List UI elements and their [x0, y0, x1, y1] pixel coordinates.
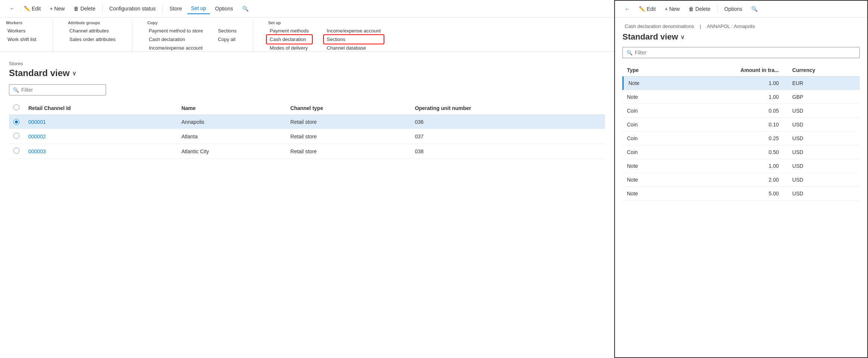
- row-currency: USD: [788, 159, 860, 173]
- store-tab[interactable]: Store: [166, 3, 185, 14]
- workers-link[interactable]: Workers: [6, 27, 38, 34]
- col-name: Name: [177, 101, 286, 115]
- ribbon-group-workers: Workers Workers Work shift list: [6, 21, 38, 51]
- config-status-button[interactable]: Configuration status: [106, 3, 160, 14]
- right-view-chevron[interactable]: ∨: [680, 34, 685, 41]
- payment-methods-link[interactable]: Payment methods: [268, 27, 310, 34]
- top-nav: ← ✏️ Edit + New 🗑 Delete Configuration s…: [0, 0, 614, 18]
- right-edit-button[interactable]: ✏️ Edit: [635, 4, 659, 14]
- sales-order-link[interactable]: Sales order attributes: [68, 36, 117, 43]
- table-row[interactable]: Note 2.00 USD: [622, 173, 860, 187]
- row-type: Note: [622, 159, 671, 173]
- new-button[interactable]: + New: [46, 3, 68, 14]
- back-icon: ←: [10, 6, 15, 12]
- row-currency: USD: [788, 187, 860, 201]
- workers-items: Workers Work shift list: [6, 27, 38, 43]
- row-radio-selected[interactable]: [13, 119, 19, 125]
- row-unit: 037: [410, 129, 605, 144]
- options-tab[interactable]: Options: [211, 3, 237, 14]
- back-button[interactable]: ←: [6, 3, 19, 14]
- edit-icon: ✏️: [24, 6, 30, 12]
- sections-link[interactable]: Sections: [325, 36, 347, 43]
- row-radio[interactable]: [13, 133, 19, 139]
- right-filter-input[interactable]: [635, 50, 856, 56]
- row-type: Coin: [622, 104, 671, 118]
- ribbon-sep-3: [253, 21, 253, 51]
- table-row[interactable]: Note 1.00 EUR: [622, 76, 860, 90]
- table-row[interactable]: Note 5.00 USD: [622, 187, 860, 201]
- table-row[interactable]: Coin 0.25 USD: [622, 132, 860, 145]
- row-type: Note: [622, 173, 671, 187]
- table-row[interactable]: 000002 Atlanta Retail store 037: [9, 129, 605, 144]
- payment-method-store-link[interactable]: Payment method to store: [147, 27, 204, 34]
- table-row[interactable]: Coin 0.10 USD: [622, 118, 860, 132]
- row-id: 000003: [24, 144, 177, 159]
- row-radio[interactable]: [13, 148, 19, 154]
- right-options-button[interactable]: Options: [721, 4, 746, 14]
- row-amount: 0.25: [671, 132, 788, 145]
- right-view-title-text: Standard view: [622, 32, 678, 42]
- edit-button[interactable]: ✏️ Edit: [20, 3, 44, 14]
- table-row[interactable]: Coin 0.05 USD: [622, 104, 860, 118]
- attribute-group-label: Attribute groups: [68, 21, 100, 25]
- right-plus-icon: +: [665, 6, 668, 12]
- modes-delivery-link[interactable]: Modes of delivery: [268, 44, 310, 51]
- setup-tab[interactable]: Set up: [187, 3, 210, 14]
- row-name: Atlantic City: [177, 144, 286, 159]
- filter-input[interactable]: [21, 87, 102, 93]
- right-filter-box[interactable]: 🔍: [622, 47, 860, 58]
- income-expense-link[interactable]: Income/expense account: [325, 27, 383, 34]
- col-retail-channel-id: Retail Channel Id: [24, 101, 177, 115]
- right-view-title: Standard view ∨: [622, 32, 860, 42]
- channel-attributes-link[interactable]: Channel attributes: [68, 27, 117, 34]
- search-button[interactable]: 🔍: [238, 3, 252, 14]
- table-row[interactable]: Note 1.00 USD: [622, 159, 860, 173]
- row-name: Atlanta: [177, 129, 286, 144]
- denominations-table: Type Amount in tra... Currency Note 1.00…: [622, 64, 860, 201]
- filter-box[interactable]: 🔍: [9, 84, 106, 95]
- row-amount: 1.00: [671, 76, 788, 90]
- cash-declaration-link[interactable]: Cash declaration: [268, 36, 308, 43]
- content-area: Stores Standard view ∨ 🔍 Retail Channel …: [0, 52, 614, 358]
- work-shift-link[interactable]: Work shift list: [6, 36, 38, 43]
- table-row[interactable]: Coin 0.50 USD: [622, 145, 860, 159]
- ribbon-group-attributes: Attribute groups Channel attributes Sale…: [68, 21, 117, 51]
- row-amount: 5.00: [671, 187, 788, 201]
- table-row[interactable]: 000001 Annapolis Retail store 036: [9, 115, 605, 129]
- copy-sections-link[interactable]: Sections: [216, 27, 238, 34]
- right-back-button[interactable]: ←: [621, 4, 634, 14]
- breadcrumb: Cash declaration denominations | ANNAPOL…: [622, 23, 860, 29]
- breadcrumb-main: Cash declaration denominations: [625, 23, 694, 29]
- row-currency: GBP: [788, 90, 860, 104]
- sections-wrapper: Sections: [325, 36, 383, 43]
- row-currency: USD: [788, 104, 860, 118]
- search-icon: 🔍: [242, 6, 249, 12]
- right-search-button[interactable]: 🔍: [747, 4, 761, 14]
- setup-group-label: Set up: [268, 21, 281, 25]
- channel-database-link[interactable]: Channel database: [325, 44, 383, 51]
- header-radio[interactable]: [13, 104, 19, 110]
- right-top-nav: ← ✏️ Edit + New 🗑 Delete Options 🔍: [615, 1, 867, 18]
- row-id-link[interactable]: 000002: [28, 134, 46, 139]
- right-nav-divider: [717, 4, 718, 13]
- attribute-col: Channel attributes Sales order attribute…: [68, 27, 117, 43]
- row-id-link[interactable]: 000001: [28, 119, 46, 125]
- copy-all-link[interactable]: Copy all: [216, 36, 238, 43]
- table-row[interactable]: Note 1.00 GBP: [622, 90, 860, 104]
- row-unit: 036: [410, 115, 605, 129]
- copy-income-link[interactable]: Income/expense account: [147, 44, 204, 51]
- row-currency: USD: [788, 145, 860, 159]
- right-delete-button[interactable]: 🗑 Delete: [685, 4, 714, 14]
- col-channel-type: Channel type: [286, 101, 410, 115]
- row-amount: 0.05: [671, 104, 788, 118]
- right-new-button[interactable]: + New: [661, 4, 683, 14]
- row-amount: 0.10: [671, 118, 788, 132]
- row-id-link[interactable]: 000003: [28, 148, 46, 154]
- row-radio-cell: [9, 115, 24, 129]
- view-title-chevron[interactable]: ∨: [72, 70, 77, 77]
- copy-cash-declaration-link[interactable]: Cash declaration: [147, 36, 204, 43]
- attribute-items: Channel attributes Sales order attribute…: [68, 27, 117, 43]
- row-type: Coin: [622, 132, 671, 145]
- table-row[interactable]: 000003 Atlantic City Retail store 038: [9, 144, 605, 159]
- delete-button[interactable]: 🗑 Delete: [70, 3, 99, 14]
